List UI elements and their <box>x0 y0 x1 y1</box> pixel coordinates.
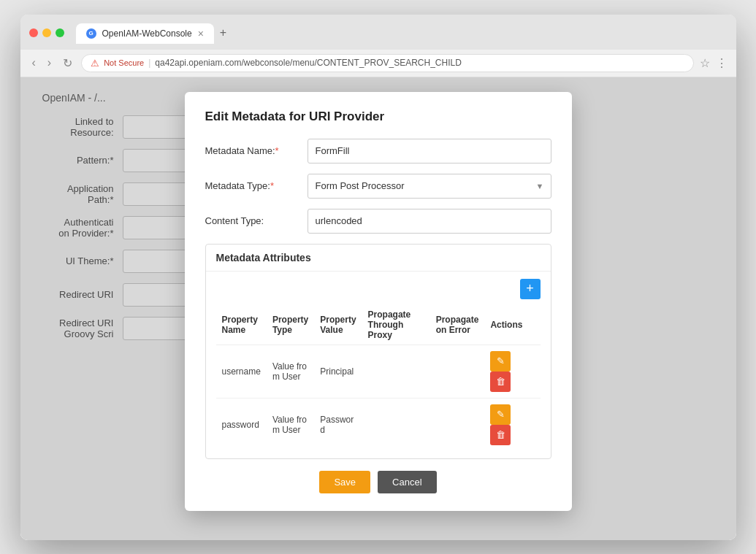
th-propagate-error: Propagateon Error <box>430 305 485 345</box>
delete-button-1[interactable]: 🗑 <box>490 372 511 392</box>
metadata-attributes-section: Metadata Attributes + PropertyName Prope… <box>205 244 551 459</box>
tab-favicon: G <box>86 28 96 39</box>
not-secure-label: Not Secure <box>104 58 144 67</box>
metadata-name-label: Metadata Name:* <box>205 145 308 156</box>
edit-button-1[interactable]: ✎ <box>490 351 511 372</box>
bookmark-icon[interactable]: ☆ <box>700 56 710 70</box>
th-propagate-proxy: PropagateThrough Proxy <box>362 305 430 345</box>
new-tab-button[interactable]: + <box>214 22 232 44</box>
reload-button[interactable]: ↻ <box>60 55 75 72</box>
cell-property-type-2: Value from User <box>267 398 314 451</box>
add-btn-row: + <box>216 279 541 299</box>
warning-icon: ⚠ <box>91 58 99 69</box>
title-bar: G OpenIAM-WebConsole × + <box>20 15 736 50</box>
content-type-label: Content Type: <box>205 215 308 226</box>
minimize-traffic-light[interactable] <box>42 28 51 37</box>
cancel-button[interactable]: Cancel <box>378 471 436 493</box>
address-field[interactable]: ⚠ Not Secure | qa42api.openiam.com/webco… <box>81 54 693 72</box>
cell-actions-1: ✎ 🗑 <box>484 345 540 398</box>
cell-property-value-1: Principal <box>314 345 362 398</box>
address-bar: ‹ › ↻ ⚠ Not Secure | qa42api.openiam.com… <box>20 50 736 77</box>
traffic-lights <box>29 28 64 37</box>
table-row: username Value from User Principal ✎ 🗑 <box>216 345 541 398</box>
tab-close-button[interactable]: × <box>198 28 204 39</box>
content-type-row: Content Type: <box>205 209 551 234</box>
active-tab[interactable]: G OpenIAM-WebConsole × <box>76 23 214 44</box>
tab-title: OpenIAM-WebConsole <box>102 28 192 39</box>
modal-overlay: Edit Metadata for URI Provider Metadata … <box>20 77 736 540</box>
metadata-name-input[interactable] <box>308 139 551 163</box>
th-actions: Actions <box>484 305 540 345</box>
cell-propagate-error-1 <box>430 345 485 398</box>
cell-actions-2: ✎ 🗑 <box>484 398 540 451</box>
cell-property-type-1: Value from User <box>267 345 314 398</box>
cell-property-value-2: Password <box>314 398 362 451</box>
metadata-type-row: Metadata Type:* Form Post Processor ▼ <box>205 174 551 199</box>
close-traffic-light[interactable] <box>29 28 38 37</box>
metadata-type-select[interactable]: Form Post Processor <box>308 174 551 199</box>
maximize-traffic-light[interactable] <box>56 28 64 37</box>
add-attribute-button[interactable]: + <box>520 279 541 299</box>
content-type-input[interactable] <box>308 209 551 234</box>
extensions-icon[interactable]: ⋮ <box>716 56 728 70</box>
cell-property-name-1: username <box>216 345 267 398</box>
attributes-table: PropertyName PropertyType PropertyValue … <box>216 305 541 451</box>
cell-propagate-proxy-2 <box>362 398 430 451</box>
browser-window: G OpenIAM-WebConsole × + ‹ › ↻ ⚠ Not Sec… <box>20 15 736 540</box>
delete-button-2[interactable]: 🗑 <box>490 425 511 445</box>
url-text: qa42api.openiam.com/webconsole/menu/CONT… <box>155 58 462 68</box>
metadata-type-label: Metadata Type:* <box>205 180 308 191</box>
metadata-name-row: Metadata Name:* <box>205 139 551 163</box>
table-row: password Value from User Password ✎ 🗑 <box>216 398 541 451</box>
cell-propagate-proxy-1 <box>362 345 430 398</box>
th-property-value: PropertyValue <box>314 305 362 345</box>
tab-bar: G OpenIAM-WebConsole × + <box>76 22 233 44</box>
save-button[interactable]: Save <box>319 471 370 493</box>
metadata-attributes-header: Metadata Attributes <box>206 245 551 272</box>
cell-property-name-2: password <box>216 398 267 451</box>
metadata-attributes-body: + PropertyName PropertyType PropertyValu… <box>206 272 551 458</box>
modal-title: Edit Metadata for URI Provider <box>205 109 551 124</box>
page-content: OpenIAM - /... Linked toResource: Patter… <box>20 77 736 540</box>
address-bar-icons: ☆ ⋮ <box>700 56 728 70</box>
cell-propagate-error-2 <box>430 398 485 451</box>
back-button[interactable]: ‹ <box>29 55 39 71</box>
metadata-type-wrapper: Form Post Processor ▼ <box>308 174 551 199</box>
table-header-row: PropertyName PropertyType PropertyValue … <box>216 305 541 345</box>
modal-footer: Save Cancel <box>205 471 551 493</box>
forward-button[interactable]: › <box>45 55 54 71</box>
edit-button-2[interactable]: ✎ <box>490 404 511 425</box>
modal-dialog: Edit Metadata for URI Provider Metadata … <box>185 92 572 511</box>
th-property-name: PropertyName <box>216 305 267 345</box>
th-property-type: PropertyType <box>267 305 314 345</box>
